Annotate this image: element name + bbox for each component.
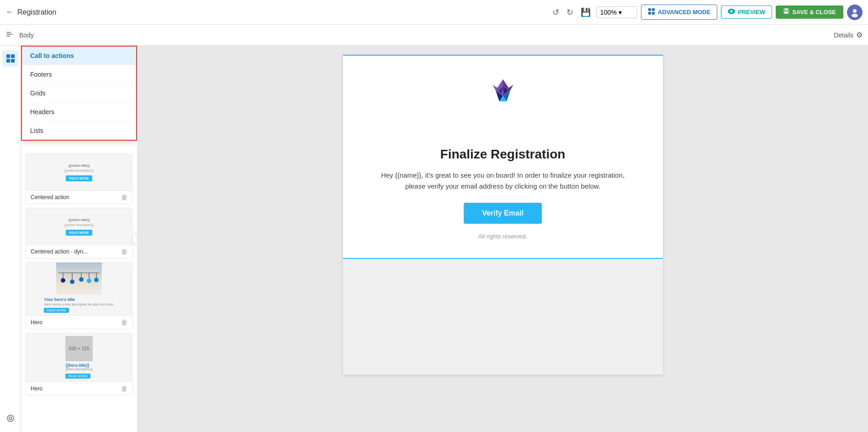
hero-desc: Here comes a nice description for your h… bbox=[44, 303, 114, 306]
email-canvas[interactable]: Finalize Registration Hey {{name}}, it's… bbox=[343, 55, 663, 374]
avatar[interactable] bbox=[847, 5, 863, 20]
svg-rect-2 bbox=[648, 12, 651, 15]
delete-hero2-icon[interactable]: 🗑 bbox=[121, 385, 127, 392]
svg-rect-12 bbox=[6, 34, 13, 35]
email-body-text: Hey {{name}}, it's great to see you on b… bbox=[370, 170, 635, 192]
gear-icon[interactable]: ⚙ bbox=[856, 31, 863, 39]
save-icon-button[interactable]: 💾 bbox=[579, 5, 593, 19]
sidebar-components-button[interactable] bbox=[2, 50, 19, 67]
preview-icon bbox=[728, 9, 735, 16]
preview-action-desc: {{action.description}} bbox=[64, 169, 94, 172]
hero2-preview-inner: 560 × 315 {{hero.title}} {{hero.descript… bbox=[62, 333, 96, 382]
hero2-card[interactable]: 560 × 315 {{hero.title}} {{hero.descript… bbox=[26, 333, 132, 395]
email-body-section: Finalize Registration Hey {{name}}, it's… bbox=[343, 129, 663, 259]
hero2-desc: {{hero.description}} bbox=[65, 368, 92, 371]
fox-logo-svg bbox=[485, 74, 521, 111]
hero-preview: Your hero's title Here comes a nice desc… bbox=[26, 263, 132, 316]
main-layout: Call to actions Footers Grids Headers Li… bbox=[0, 46, 868, 432]
preview-centered-content: {{action.title}} {{action.description}} … bbox=[31, 160, 127, 185]
dropdown-item-grids[interactable]: Grids bbox=[22, 84, 136, 103]
svg-rect-0 bbox=[648, 8, 651, 11]
sidebar-settings-button[interactable] bbox=[2, 410, 19, 427]
svg-point-24 bbox=[79, 277, 84, 282]
centered-action-preview: {{action.title}} {{action.description}} … bbox=[26, 154, 132, 190]
centered-action-card[interactable]: {{action.title}} {{action.description}} … bbox=[26, 153, 132, 204]
preview-dyn-btn: READ MORE bbox=[66, 230, 93, 236]
centered-action-dyn-name: Centered action - dyn... bbox=[31, 248, 88, 255]
email-footer-text: All rights reserved. bbox=[370, 233, 635, 240]
svg-rect-11 bbox=[6, 32, 11, 33]
svg-point-9 bbox=[853, 9, 857, 13]
body-label: Body bbox=[19, 32, 34, 39]
hero-footer: Hero 🗑 bbox=[26, 316, 132, 329]
redo-button[interactable]: ↻ bbox=[565, 5, 575, 19]
canvas-area: Finalize Registration Hey {{name}}, it's… bbox=[138, 46, 868, 432]
save-close-icon bbox=[783, 8, 789, 16]
svg-rect-1 bbox=[652, 8, 655, 11]
secondary-bar: Body Details ⚙ bbox=[0, 25, 868, 46]
svg-rect-15 bbox=[11, 54, 15, 58]
topbar-left: ← Registration bbox=[5, 7, 546, 17]
hero2-btn: READ MORE bbox=[65, 374, 90, 379]
topbar-right: ↺ ↻ 💾 100% ▾ ADVANCED MODE PREVIEW bbox=[550, 5, 863, 20]
svg-rect-7 bbox=[785, 9, 788, 11]
redo-icon: ↻ bbox=[566, 8, 573, 17]
tree-icon bbox=[5, 30, 14, 40]
back-icon: ← bbox=[5, 7, 14, 17]
dropdown-item-call-to-actions[interactable]: Call to actions bbox=[22, 47, 136, 65]
back-button[interactable]: ← bbox=[5, 7, 14, 17]
details-section: Details ⚙ bbox=[834, 31, 863, 39]
undo-button[interactable]: ↺ bbox=[550, 5, 561, 19]
svg-point-10 bbox=[852, 14, 858, 17]
email-logo-section bbox=[343, 55, 663, 129]
components-list: {{action.title}} {{action.description}} … bbox=[21, 146, 137, 395]
delete-centered-action-icon[interactable]: 🗑 bbox=[121, 194, 127, 201]
verify-email-button[interactable]: Verify Email bbox=[464, 203, 542, 224]
save-icon: 💾 bbox=[581, 8, 591, 17]
delete-hero-icon[interactable]: 🗑 bbox=[121, 319, 127, 326]
hero-card[interactable]: Your hero's title Here comes a nice desc… bbox=[26, 262, 132, 329]
undo-icon: ↺ bbox=[552, 8, 559, 17]
svg-rect-14 bbox=[6, 54, 10, 58]
svg-point-28 bbox=[94, 278, 99, 282]
hero2-footer: Hero 🗑 bbox=[26, 382, 132, 395]
components-panel: Call to actions Footers Grids Headers Li… bbox=[21, 46, 138, 432]
advanced-mode-icon bbox=[648, 8, 655, 16]
page-title: Registration bbox=[17, 8, 56, 16]
advanced-mode-button[interactable]: ADVANCED MODE bbox=[641, 5, 717, 20]
centered-action-dyn-preview: {{action.title}} {{action.description}} … bbox=[26, 208, 132, 245]
zoom-selector[interactable]: 100% ▾ bbox=[596, 6, 637, 18]
sidebar-icons bbox=[0, 46, 21, 432]
email-heading: Finalize Registration bbox=[370, 147, 635, 162]
preview-action-title: {{action.title}} bbox=[69, 163, 90, 168]
save-close-label: SAVE & CLOSE bbox=[792, 9, 836, 16]
svg-point-5 bbox=[730, 11, 733, 13]
dropdown-item-lists[interactable]: Lists bbox=[22, 121, 136, 140]
centered-action-dyn-card[interactable]: {{action.title}} {{action.description}} … bbox=[26, 208, 132, 258]
dropdown-menu: Call to actions Footers Grids Headers Li… bbox=[21, 46, 137, 141]
svg-rect-3 bbox=[652, 12, 655, 15]
save-close-button[interactable]: SAVE & CLOSE bbox=[776, 5, 843, 19]
centered-action-footer: Centered action 🗑 bbox=[26, 190, 132, 204]
zoom-chevron-icon: ▾ bbox=[619, 9, 622, 16]
svg-point-22 bbox=[70, 279, 74, 284]
sidebar-bottom bbox=[2, 410, 19, 432]
hero2-img-placeholder: 560 × 315 bbox=[65, 336, 92, 361]
svg-point-26 bbox=[87, 279, 91, 283]
preview-dyn-content: {{action.title}} {{action.description}} … bbox=[31, 214, 127, 239]
preview-dyn-desc: {{action.description}} bbox=[64, 223, 94, 227]
dropdown-item-headers[interactable]: Headers bbox=[22, 103, 136, 121]
hero-name: Hero bbox=[31, 319, 42, 326]
preview-button[interactable]: PREVIEW bbox=[721, 5, 772, 19]
centered-action-dyn-footer: Centered action - dyn... 🗑 bbox=[26, 245, 132, 258]
hero-lights-svg bbox=[56, 273, 102, 291]
advanced-mode-label: ADVANCED MODE bbox=[658, 9, 710, 16]
preview-dyn-title: {{action.title}} bbox=[69, 218, 90, 222]
delete-centered-action-dyn-icon[interactable]: 🗑 bbox=[121, 248, 127, 255]
svg-rect-17 bbox=[11, 59, 15, 63]
hero-title: Your hero's title bbox=[44, 297, 114, 302]
preview-label: PREVIEW bbox=[738, 9, 765, 16]
dropdown-item-footers[interactable]: Footers bbox=[22, 65, 136, 84]
svg-rect-16 bbox=[6, 59, 10, 63]
topbar: ← Registration ↺ ↻ 💾 100% ▾ ADVANCED MOD… bbox=[0, 0, 868, 25]
